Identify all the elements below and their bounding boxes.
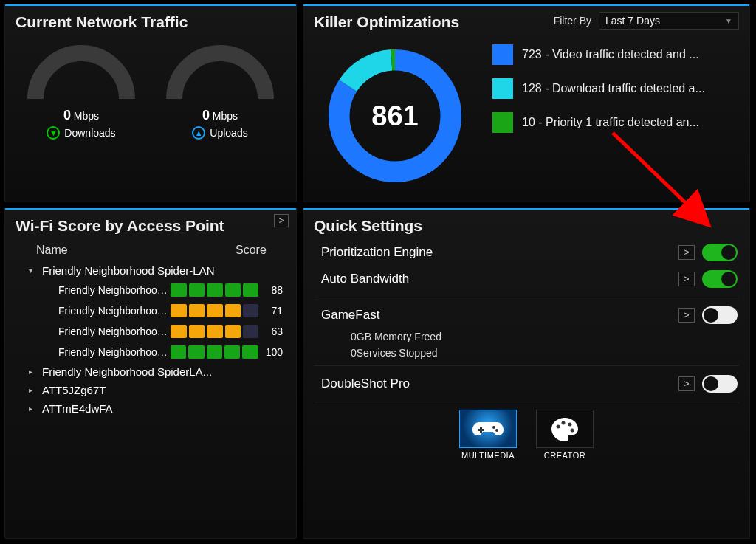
disclosure-triangle-icon: ▸	[29, 368, 36, 376]
download-speed: 0 Mbps	[63, 108, 99, 123]
setting-row: Prioritization Engine>	[314, 239, 739, 266]
access-point-group[interactable]: ▾Friendly Neighborhood Spider-LAN	[16, 261, 283, 280]
gamefast-row: GameFast >	[314, 302, 739, 328]
upload-gauge: 0 Mbps ▲ Uploads	[154, 38, 286, 140]
gamefast-toggle[interactable]	[702, 306, 738, 324]
upload-arc-icon	[161, 38, 279, 103]
palette-icon	[536, 410, 594, 448]
legend-row[interactable]: 128 - Download traffic detected a...	[492, 78, 739, 99]
download-label: Downloads	[64, 127, 115, 139]
setting-label: Auto Bandwidth	[321, 272, 678, 286]
ap-score: 100	[258, 346, 283, 358]
setting-expand-button[interactable]: >	[678, 245, 695, 260]
filter-select[interactable]: Last 7 Days ▼	[599, 12, 739, 30]
svg-point-11	[571, 429, 574, 433]
svg-point-8	[557, 425, 560, 429]
panel-title: Current Network Traffic	[16, 13, 286, 31]
upload-label: Uploads	[210, 127, 247, 139]
ap-child-name: Friendly Neighborhood Spide...	[58, 326, 171, 337]
access-point-item[interactable]: Friendly Neighborhood Spide...100	[16, 342, 283, 362]
doubleshot-row: DoubleShot Pro >	[314, 371, 739, 397]
ap-score: 71	[258, 305, 283, 317]
doubleshot-label: DoubleShot Pro	[321, 376, 678, 391]
download-gauge: 0 Mbps ▼ Downloads	[16, 38, 147, 140]
upload-icon: ▲	[192, 126, 205, 140]
optimizations-donut-chart: 861	[321, 42, 469, 190]
filter-value: Last 7 Days	[605, 15, 660, 27]
column-name: Name	[36, 244, 236, 257]
setting-label: Prioritization Engine	[321, 245, 678, 260]
access-point-group[interactable]: ▸ATT5JZg67T	[16, 381, 283, 399]
network-traffic-panel: Current Network Traffic 0 Mbps ▼ Downloa…	[4, 4, 297, 202]
gamepad-icon	[459, 410, 517, 448]
mode-label: MULTIMEDIA	[461, 451, 515, 460]
doubleshot-toggle[interactable]	[702, 375, 738, 393]
filter-by-label: Filter By	[554, 15, 591, 27]
ap-child-name: Friendly Neighborhood Spide...	[58, 305, 171, 317]
score-bar	[171, 345, 258, 359]
panel-title: Wi-Fi Score by Access Point	[16, 217, 286, 235]
setting-row: Auto Bandwidth>	[314, 266, 739, 292]
setting-toggle[interactable]	[702, 244, 738, 261]
mode-label: CREATOR	[544, 451, 585, 460]
score-bar	[171, 304, 258, 317]
legend-row[interactable]: 10 - Priority 1 traffic detected an...	[492, 112, 739, 133]
panel-title: Quick Settings	[314, 217, 739, 235]
download-arc-icon	[22, 38, 140, 103]
access-point-group[interactable]: ▸Friendly Neighborhood SpiderLA...	[16, 362, 283, 381]
ap-name: Friendly Neighborhood Spider-LAN	[42, 264, 214, 277]
ap-score: 88	[258, 284, 283, 296]
mode-multimedia[interactable]: MULTIMEDIA	[459, 410, 517, 460]
download-icon: ▼	[47, 126, 60, 140]
svg-point-9	[562, 421, 566, 425]
expand-button[interactable]: >	[274, 214, 289, 227]
legend-swatch-icon	[492, 44, 513, 65]
upload-speed: 0 Mbps	[202, 108, 238, 123]
score-bar	[171, 283, 258, 297]
ap-name: ATT5JZg67T	[42, 384, 106, 396]
access-point-item[interactable]: Friendly Neighborhood Spide...63	[16, 321, 283, 342]
setting-expand-button[interactable]: >	[678, 272, 695, 286]
ap-score: 63	[258, 326, 283, 337]
quick-settings-panel: Quick Settings Prioritization Engine>Aut…	[303, 208, 750, 539]
access-point-group[interactable]: ▸ATTmE4dwFA	[16, 399, 283, 418]
donut-total: 861	[321, 42, 469, 190]
gamefast-label: GameFast	[321, 308, 678, 323]
ap-child-name: Friendly Neighborhood Spide...	[58, 346, 171, 358]
gamefast-services: 0Services Stopped	[314, 345, 739, 361]
mode-creator[interactable]: CREATOR	[536, 410, 594, 460]
wifi-score-panel: Wi-Fi Score by Access Point > Name Score…	[4, 208, 297, 539]
legend-text: 723 - Video traffic detected and ...	[522, 48, 699, 61]
gamefast-expand-button[interactable]: >	[678, 308, 695, 323]
svg-point-10	[568, 423, 572, 427]
legend-text: 10 - Priority 1 traffic detected an...	[522, 116, 699, 129]
ap-name: Friendly Neighborhood SpiderLA...	[42, 365, 212, 378]
doubleshot-expand-button[interactable]: >	[678, 376, 695, 391]
optimizations-panel: Killer Optimizations Filter By Last 7 Da…	[303, 4, 750, 202]
legend-row[interactable]: 723 - Video traffic detected and ...	[492, 44, 739, 65]
score-bar	[171, 325, 258, 338]
ap-child-name: Friendly Neighborhood Spide...	[58, 284, 171, 296]
access-point-item[interactable]: Friendly Neighborhood Spide...71	[16, 300, 283, 321]
ap-name: ATTmE4dwFA	[42, 402, 113, 415]
setting-toggle[interactable]	[702, 270, 738, 288]
wifi-list[interactable]: ▾Friendly Neighborhood Spider-LANFriendl…	[16, 261, 286, 512]
chevron-down-icon: ▼	[725, 17, 732, 25]
legend-text: 128 - Download traffic detected a...	[522, 82, 705, 95]
column-score: Score	[236, 244, 267, 257]
legend-swatch-icon	[492, 78, 513, 99]
disclosure-triangle-icon: ▸	[29, 386, 36, 394]
legend-swatch-icon	[492, 112, 513, 133]
disclosure-triangle-icon: ▸	[29, 404, 36, 413]
svg-point-6	[492, 426, 495, 429]
gamefast-memory: 0GB Memory Freed	[314, 328, 739, 345]
access-point-item[interactable]: Friendly Neighborhood Spide...88	[16, 280, 283, 300]
disclosure-triangle-icon: ▾	[29, 266, 36, 275]
svg-rect-5	[478, 429, 484, 431]
svg-point-7	[495, 429, 498, 432]
